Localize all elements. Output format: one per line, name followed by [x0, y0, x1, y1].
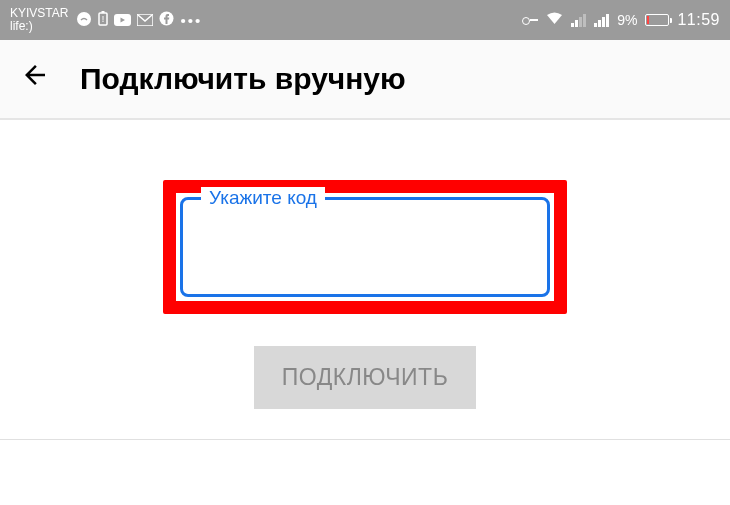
- code-input-label: Укажите код: [201, 187, 325, 209]
- more-notifications-icon: •••: [180, 12, 202, 29]
- code-input-container[interactable]: Укажите код: [180, 197, 550, 297]
- back-button[interactable]: [20, 60, 50, 98]
- signal-sim2-icon: [594, 14, 609, 27]
- svg-text:!: !: [102, 14, 105, 24]
- svg-rect-2: [102, 11, 105, 13]
- signal-sim1-icon: [571, 14, 586, 27]
- highlight-annotation: Укажите код: [163, 180, 567, 314]
- app-bar: Подключить вручную: [0, 40, 730, 120]
- carrier-line2: life:): [10, 20, 68, 33]
- app-icon: [76, 11, 92, 30]
- youtube-icon: [114, 12, 131, 29]
- vpn-key-icon: [522, 15, 538, 25]
- battery-percent: 9%: [617, 12, 637, 28]
- status-bar: KYIVSTAR life:) ! •••: [0, 0, 730, 40]
- gmail-icon: [137, 12, 153, 29]
- status-left: KYIVSTAR life:) ! •••: [10, 7, 202, 33]
- page-title: Подключить вручную: [80, 62, 406, 96]
- clock: 11:59: [677, 11, 720, 29]
- battery-notification-icon: !: [98, 11, 108, 29]
- battery-icon: [645, 14, 669, 26]
- content-area: Укажите код ПОДКЛЮЧИТЬ: [0, 120, 730, 440]
- facebook-icon: [159, 11, 174, 29]
- code-input[interactable]: [183, 200, 547, 294]
- wifi-icon: [546, 12, 563, 28]
- carrier-label: KYIVSTAR life:): [10, 7, 68, 33]
- notification-icons: ! •••: [76, 11, 202, 30]
- status-right: 9% 11:59: [522, 11, 720, 29]
- connect-button[interactable]: ПОДКЛЮЧИТЬ: [254, 346, 476, 409]
- divider: [0, 439, 730, 440]
